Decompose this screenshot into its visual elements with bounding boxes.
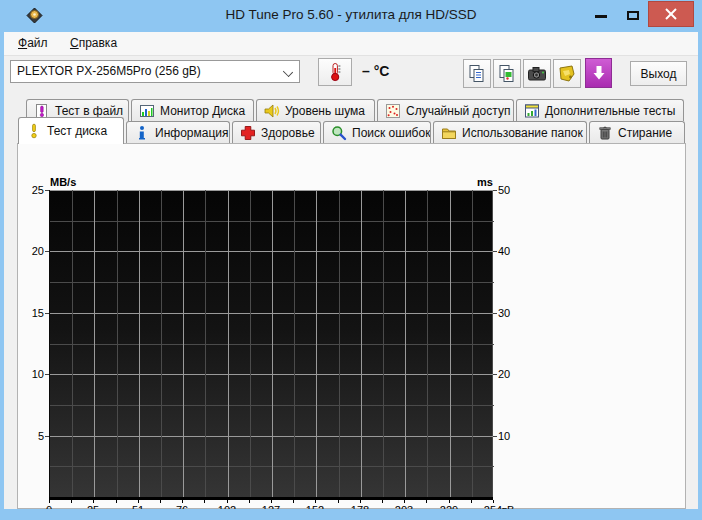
drive-select-dropdown[interactable]: PLEXTOR PX-256M5Pro (256 gB) <box>10 60 300 83</box>
x-axis-tick-mark <box>116 500 117 503</box>
x-axis-tick-mark <box>160 500 161 503</box>
y-axis-right-tick-label: 30 <box>498 307 524 319</box>
x-axis-tick-mark <box>293 500 294 503</box>
menu-file[interactable]: Файл <box>9 32 57 50</box>
drive-select-value: PLEXTOR PX-256M5Pro (256 gB) <box>17 64 201 78</box>
tab-label: Тест в файл <box>55 104 123 118</box>
gridline-vertical <box>72 190 73 497</box>
copy-image-button[interactable] <box>493 59 521 88</box>
tab-label: Здоровье <box>261 126 315 140</box>
exit-button[interactable]: Выход <box>630 61 687 86</box>
x-axis-tick-mark <box>271 500 272 503</box>
y-axis-right-tick-label: 40 <box>498 245 524 257</box>
gridline-vertical <box>472 190 473 497</box>
tab-label: Информация <box>155 126 228 140</box>
camera-button[interactable] <box>523 59 551 88</box>
gridline-vertical <box>427 190 428 497</box>
x-axis-tick-mark <box>49 500 50 503</box>
y-axis-left-tick-label: 20 <box>18 245 44 257</box>
gridline-vertical <box>339 190 340 497</box>
tab-info[interactable]: Информация <box>126 121 230 143</box>
menu-help[interactable]: Справка <box>61 32 126 50</box>
x-axis-tick-mark <box>227 500 228 503</box>
tab-label: Использование папок <box>462 126 583 140</box>
gridline-vertical <box>450 190 451 497</box>
y-axis-left-unit: MB/s <box>50 176 76 188</box>
info-icon <box>134 125 150 141</box>
x-axis-tick-mark <box>338 500 339 503</box>
erase-icon <box>597 125 613 141</box>
y-axis-right-tick-label: 10 <box>498 430 524 442</box>
x-axis-tick-mark <box>182 500 183 503</box>
gridline-vertical <box>405 190 406 497</box>
chevron-down-icon <box>283 67 293 77</box>
save-button[interactable] <box>553 59 581 88</box>
disk-monitor-icon <box>139 103 155 119</box>
close-icon <box>649 2 693 26</box>
x-axis-tick-mark <box>404 500 405 503</box>
y-axis-tick-mark <box>45 313 49 314</box>
window-bottom-border <box>0 509 702 520</box>
gridline-vertical <box>117 190 118 497</box>
tab-folder-usage[interactable]: Использование папок <box>433 121 587 143</box>
tab-label: Монитор Диска <box>160 104 245 118</box>
tab-extra-tests[interactable]: Дополнительные тесты <box>516 99 684 121</box>
y-axis-left-tick-label: 25 <box>18 184 44 196</box>
copy-image-icon <box>497 64 517 84</box>
close-button[interactable] <box>648 1 694 27</box>
error-scan-icon <box>331 125 347 141</box>
temperature-button[interactable] <box>318 58 352 86</box>
tab-label: Дополнительные тесты <box>545 104 675 118</box>
copy-text-button[interactable] <box>463 59 491 88</box>
x-axis-tick-mark <box>249 500 250 503</box>
tab-label: Случайный доступ <box>406 104 510 118</box>
gridline-vertical <box>183 190 184 497</box>
gridline-vertical <box>361 190 362 497</box>
x-axis-tick-mark <box>382 500 383 503</box>
title-bar[interactable]: HD Tune Pro 5.60 - утилита для HD/SSD <box>0 0 702 32</box>
copy-text-icon <box>467 64 487 84</box>
maximize-button[interactable] <box>621 4 645 26</box>
x-axis-tick-mark <box>93 500 94 503</box>
y-axis-left-tick-label: 5 <box>18 430 44 442</box>
tab-health[interactable]: Здоровье <box>232 121 321 143</box>
tab-disk-monitor[interactable]: Монитор Диска <box>131 99 254 121</box>
noise-level-icon <box>264 103 280 119</box>
y-axis-right-tick-label: 50 <box>498 184 524 196</box>
gridline-vertical <box>272 190 273 497</box>
gridline-vertical <box>228 190 229 497</box>
tab-label: Стирание <box>618 126 672 140</box>
y-axis-left-tick-label: 15 <box>18 307 44 319</box>
gridline-vertical <box>250 190 251 497</box>
y-axis-tick-mark <box>493 190 497 191</box>
temperature-value: – °C <box>362 63 389 79</box>
disk-test-icon <box>26 123 42 139</box>
tab-label: Поиск ошибок <box>352 126 430 140</box>
gridline-vertical <box>316 190 317 497</box>
y-axis-right-tick-label: 20 <box>498 368 524 380</box>
x-axis-tick-mark <box>493 500 494 503</box>
tab-disk-benchmark[interactable]: Тест диска <box>18 117 124 144</box>
x-axis-tick-mark <box>360 500 361 503</box>
y-axis-tick-mark <box>493 436 497 437</box>
download-icon <box>591 65 607 81</box>
chart-plot-area <box>49 190 493 497</box>
maximize-icon <box>627 11 639 20</box>
tab-noise-level[interactable]: Уровень шума <box>256 99 375 121</box>
gridline-vertical <box>94 190 95 497</box>
y-axis-tick-mark <box>45 190 49 191</box>
extra-tests-icon <box>524 103 540 119</box>
x-axis-tick-mark <box>71 500 72 503</box>
hd-tune-window: HD Tune Pro 5.60 - утилита для HD/SSD Фа… <box>0 0 702 520</box>
camera-icon <box>527 65 547 83</box>
tab-erase[interactable]: Стирание <box>589 121 685 143</box>
tab-label: Тест диска <box>47 124 107 138</box>
minimize-button[interactable] <box>589 4 613 26</box>
tab-error-scan[interactable]: Поиск ошибок <box>323 121 431 143</box>
x-axis-tick-mark <box>315 500 316 503</box>
health-icon <box>240 125 256 141</box>
update-button[interactable] <box>585 58 612 88</box>
y-axis-tick-mark <box>493 313 497 314</box>
gridline-vertical <box>294 190 295 497</box>
tab-random-access[interactable]: Случайный доступ <box>377 99 514 121</box>
